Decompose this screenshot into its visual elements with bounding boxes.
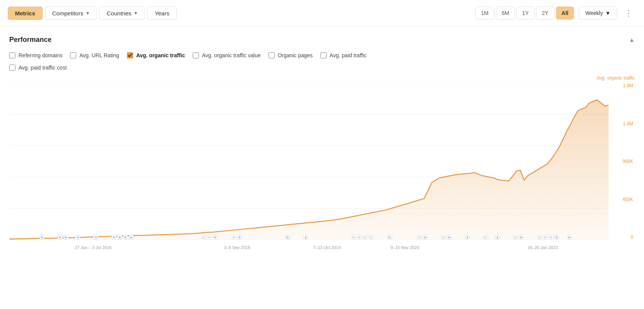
x-label-3: 7–13 Oct 2019: [313, 245, 341, 250]
avg-paid-cost-checkbox[interactable]: [9, 65, 15, 71]
time-6m-button[interactable]: 6M: [496, 7, 515, 20]
checkbox-organic-pages[interactable]: Organic pages: [269, 52, 313, 58]
years-label: Years: [155, 10, 169, 17]
avg-organic-traffic-checkbox[interactable]: [127, 52, 133, 58]
organic-pages-checkbox[interactable]: [269, 52, 275, 58]
performance-title: Performance: [9, 36, 52, 44]
countries-button[interactable]: Countries ▼: [99, 7, 145, 20]
more-options-button[interactable]: ⋮: [621, 5, 636, 21]
avg-organic-value-checkbox[interactable]: [193, 52, 199, 58]
competitors-label: Competitors: [52, 10, 83, 17]
x-label-5: 16–20 Jan 2023: [527, 245, 558, 250]
nav-right: 1M 6M 1Y 2Y All Weekly ▼ ⋮: [475, 5, 636, 21]
chart-inner: 27 Jun – 3 Jul 2016 3–9 Sep 2018 7–13 Oc…: [9, 83, 609, 240]
organic-pages-label: Organic pages: [278, 52, 313, 58]
avg-paid-traffic-checkbox[interactable]: [320, 52, 327, 58]
time-all-button[interactable]: All: [556, 7, 574, 20]
weekly-label: Weekly: [585, 10, 603, 16]
x-label-4: 9–15 Nov 2020: [390, 245, 419, 250]
weekly-button[interactable]: Weekly ▼: [579, 7, 617, 20]
time-1m-button[interactable]: 1M: [475, 7, 494, 20]
referring-domains-checkbox[interactable]: [9, 52, 15, 58]
chart-container: Avg. organic traffic 1.8M 1.4M 900K 450K…: [9, 75, 635, 255]
y-label-3: 900K: [622, 159, 633, 164]
years-button[interactable]: Years: [147, 7, 177, 20]
y-axis-labels: 1.8M 1.4M 900K 450K 0: [609, 83, 635, 240]
referring-domains-label: Referring domains: [18, 52, 62, 58]
competitors-button[interactable]: Competitors ▼: [45, 7, 97, 20]
weekly-chevron-icon: ▼: [605, 10, 611, 16]
metrics-button[interactable]: Metrics: [8, 7, 43, 20]
x-label-1: 27 Jun – 3 Jul 2016: [75, 245, 112, 250]
y-label-1: 1.8M: [623, 83, 633, 88]
top-nav: Metrics Competitors ▼ Countries ▼ Years …: [0, 0, 644, 27]
performance-header: Performance ▲: [9, 36, 635, 44]
time-1y-button[interactable]: 1Y: [516, 7, 534, 20]
performance-section: Performance ▲ Referring domains Avg. URL…: [0, 27, 644, 255]
chart-series-label: Avg. organic traffic: [597, 75, 635, 81]
y-label-5: 0: [631, 234, 633, 240]
avg-organic-traffic-label: Avg. organic traffic: [136, 52, 185, 58]
metrics-label: Metrics: [15, 10, 35, 17]
checkbox-referring-domains[interactable]: Referring domains: [9, 52, 62, 58]
checkbox-avg-organic-value[interactable]: Avg. organic traffic value: [193, 52, 261, 58]
chart-area: [9, 100, 609, 240]
countries-label: Countries: [107, 10, 131, 17]
avg-url-rating-label: Avg. URL Rating: [79, 52, 119, 58]
checkbox-avg-paid-traffic[interactable]: Avg. paid traffic: [320, 52, 367, 58]
checkbox-avg-organic-traffic[interactable]: Avg. organic traffic: [127, 52, 185, 58]
countries-chevron-icon: ▼: [133, 11, 138, 15]
avg-paid-traffic-label: Avg. paid traffic: [330, 52, 367, 58]
x-label-2: 3–9 Sep 2018: [224, 245, 250, 250]
checkbox-avg-paid-cost[interactable]: Avg. paid traffic cost: [9, 65, 67, 71]
avg-paid-cost-label: Avg. paid traffic cost: [18, 65, 67, 71]
competitors-chevron-icon: ▼: [85, 11, 90, 15]
y-label-4: 450K: [622, 197, 633, 202]
y-label-2: 1.4M: [623, 121, 633, 126]
checkbox-row-1: Referring domains Avg. URL Rating Avg. o…: [9, 52, 635, 58]
chart-svg: [9, 83, 609, 240]
time-2y-button[interactable]: 2Y: [536, 7, 554, 20]
collapse-button[interactable]: ▲: [629, 37, 635, 43]
checkbox-avg-url-rating[interactable]: Avg. URL Rating: [70, 52, 119, 58]
avg-organic-value-label: Avg. organic traffic value: [202, 52, 261, 58]
checkbox-row-2: Avg. paid traffic cost: [9, 65, 635, 71]
avg-url-rating-checkbox[interactable]: [70, 52, 76, 58]
nav-left: Metrics Competitors ▼ Countries ▼ Years: [8, 7, 177, 20]
